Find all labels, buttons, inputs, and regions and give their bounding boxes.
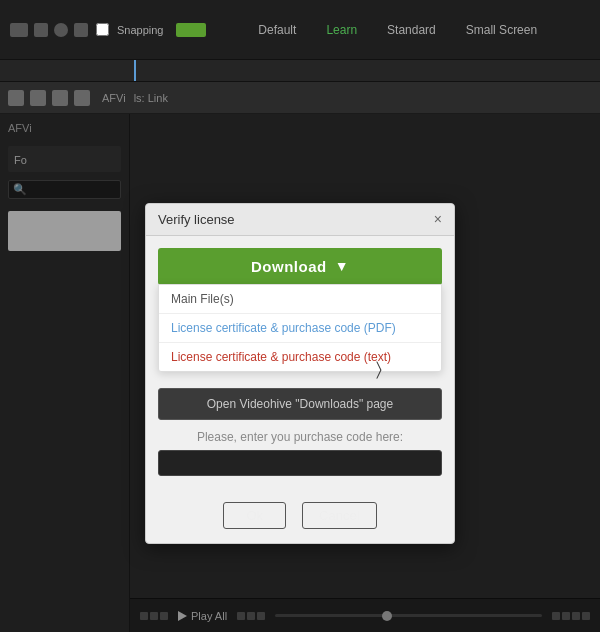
modal-close-button[interactable]: ×: [434, 212, 442, 226]
circle-icon[interactable]: [54, 23, 68, 37]
ruler-marker: [134, 60, 136, 81]
top-bar-left: Snapping: [10, 23, 206, 37]
green-badge: [176, 23, 206, 37]
top-bar-nav: Default Learn Standard Small Screen: [206, 23, 591, 37]
top-bar: Snapping Default Learn Standard Small Sc…: [0, 0, 600, 60]
toolbar-icons: [8, 90, 90, 106]
modal-body: Download ▼ Main File(s) License certific…: [146, 236, 454, 502]
tool-icon-3[interactable]: [52, 90, 68, 106]
videohive-button[interactable]: Open Videohive "Downloads" page: [158, 388, 442, 420]
download-arrow-icon: ▼: [335, 258, 349, 274]
modal-overlay: Verify license × Download ▼ Main File(s)…: [0, 114, 600, 632]
dropdown-item-main-files[interactable]: Main File(s): [159, 285, 441, 314]
purchase-label: Please, enter you purchase code here:: [158, 430, 442, 444]
second-toolbar: AFVi ls: Link: [0, 82, 600, 114]
menu-icon[interactable]: [10, 23, 28, 37]
verify-license-modal: Verify license × Download ▼ Main File(s)…: [145, 203, 455, 544]
nav-default[interactable]: Default: [258, 23, 296, 37]
ruler-bar: [0, 60, 600, 82]
snapping-checkbox[interactable]: [96, 23, 109, 36]
cancel-button[interactable]: Cancel: [302, 502, 376, 529]
modal-footer: Ok Cancel: [146, 502, 454, 543]
tool-icon-1[interactable]: [8, 90, 24, 106]
tool-icon-4[interactable]: [74, 90, 90, 106]
snapping-label: Snapping: [117, 24, 164, 36]
dropdown-item-text[interactable]: License certificate & purchase code (tex…: [159, 343, 441, 371]
modal-title: Verify license: [158, 212, 235, 227]
download-button[interactable]: Download ▼: [158, 248, 442, 285]
parent-link-separator: ls: Link: [134, 92, 168, 104]
main-area: AFVi Fo 🔍 Play All: [0, 114, 600, 632]
purchase-code-input[interactable]: [158, 450, 442, 476]
modal-header: Verify license ×: [146, 204, 454, 236]
square-icon[interactable]: [74, 23, 88, 37]
download-btn-wrapper: Download ▼ Main File(s) License certific…: [158, 248, 442, 372]
download-dropdown-menu: Main File(s) License certificate & purch…: [158, 284, 442, 372]
nav-small-screen[interactable]: Small Screen: [466, 23, 537, 37]
ok-button[interactable]: Ok: [223, 502, 286, 529]
grid-icon[interactable]: [34, 23, 48, 37]
dropdown-item-pdf[interactable]: License certificate & purchase code (PDF…: [159, 314, 441, 343]
parent-link-label: AFVi: [102, 92, 126, 104]
nav-learn[interactable]: Learn: [326, 23, 357, 37]
tool-icon-2[interactable]: [30, 90, 46, 106]
nav-standard[interactable]: Standard: [387, 23, 436, 37]
download-label: Download: [251, 258, 327, 275]
top-bar-icons: [10, 23, 88, 37]
